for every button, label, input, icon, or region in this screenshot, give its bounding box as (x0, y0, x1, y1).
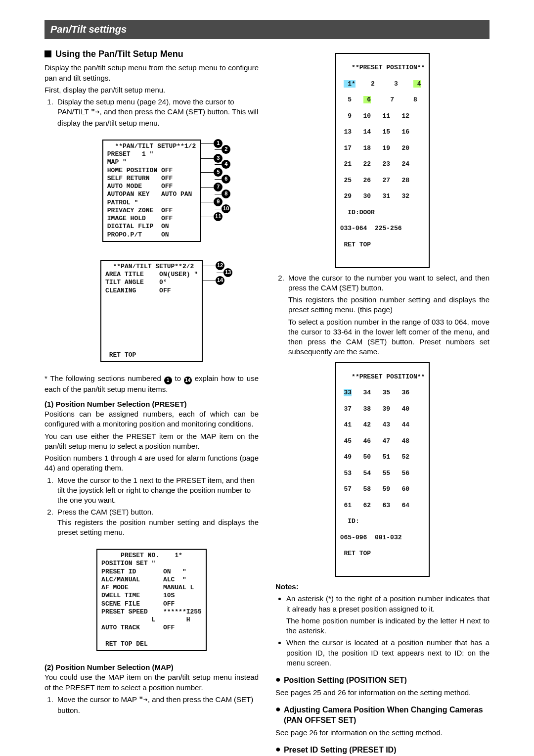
heading-text: Position Setting (POSITION SET) (284, 675, 407, 686)
pp1-id: ID:DOOR (340, 209, 425, 217)
heading-text: Preset ID Setting (PRESET ID) (284, 745, 397, 756)
note-1: An asterisk (*) to the right of a positi… (286, 594, 490, 636)
callout-13: 13 (223, 268, 232, 277)
menu-wrapper-2: **PAN/TILT SETUP**2/2 AREA TITLE ON(USER… (100, 253, 203, 369)
heading-position-set: ● Position Setting (POSITION SET) (275, 675, 490, 686)
sec1-step2a: Press the CAM (SET) button. (57, 508, 153, 516)
two-column-layout: Using the Pan/Tilt Setup Menu Display th… (44, 48, 490, 756)
right-steps: Move the cursor to the number you want t… (275, 273, 490, 357)
preset-position-menu-2: **PRESET POSITION** 33 34 35 36 37 38 39… (335, 362, 430, 577)
sec2-steps: Move the cursor to MAP "➔, and then pres… (44, 695, 259, 716)
callout-4: 4 (222, 160, 230, 169)
footnote-b: to (175, 374, 183, 382)
note2: When the cursor is located at a position… (286, 638, 490, 668)
heading-text: Adjusting Camera Position When Changing … (284, 705, 490, 726)
preset-position-menu-1-fig: **PRESET POSITION** 1* 2 3 4 5 6 7 8 9 1… (275, 53, 490, 268)
pp2-range: 065-096 001-032 (340, 534, 425, 542)
intro-steps: Display the setup menu (page 24), move t… (44, 97, 259, 128)
intro-step-1: Display the setup menu (page 24), move t… (55, 97, 259, 128)
sec1-step-1: Move the cursor to the 1 next to the PRE… (55, 475, 259, 506)
intro-paragraph-2: First, display the pan/tilt setup menu. (44, 85, 259, 95)
position-set-p: See pages 25 and 26 for information on t… (275, 688, 490, 698)
sec2-p1: You could use the MAP item on the pan/ti… (44, 672, 259, 693)
sec2-step1a: Move the cursor to MAP (57, 695, 139, 704)
r-step2b: This registers the position number setti… (288, 295, 490, 315)
pp1-row: 21 22 23 24 (340, 160, 425, 168)
right-column: **PRESET POSITION** 1* 2 3 4 5 6 7 8 9 1… (275, 48, 490, 756)
heading-adjust-camera: ● Adjusting Camera Position When Changin… (275, 705, 490, 726)
note1b: The home position number is indicated by… (286, 616, 490, 636)
pantilt-menu-2: **PAN/TILT SETUP**2/2 AREA TITLE ON(USER… (100, 260, 203, 362)
pp1-ret: RET TOP (340, 241, 425, 249)
callout-5: 5 (214, 168, 222, 177)
callout-10: 10 (222, 204, 230, 213)
page: Pan/Tilt settings Using the Pan/Tilt Set… (0, 0, 534, 756)
pp2-row: 53 54 55 56 (340, 470, 425, 477)
pp1-row: 5 6 7 8 (340, 96, 425, 104)
r-step2c: To select a position number in the range… (288, 317, 490, 357)
arrow-icon-2: "➔ (139, 696, 148, 705)
callout-9: 9 (214, 197, 222, 206)
sec1-p2: You can use either the PRESET item or th… (44, 431, 259, 452)
callout-1: 1 (214, 139, 222, 148)
heading-using-pantilt: Using the Pan/Tilt Setup Menu (44, 48, 259, 60)
callout-6: 6 (222, 175, 230, 184)
square-icon (44, 50, 51, 57)
sec1-step2b: This registers the position number setti… (57, 518, 259, 538)
note-2: When the cursor is located at a position… (286, 638, 490, 668)
pp2-row: 57 58 59 60 (340, 485, 425, 493)
left-column: Using the Pan/Tilt Setup Menu Display th… (44, 48, 259, 756)
preset-position-menu-2-fig: **PRESET POSITION** 33 34 35 36 37 38 39… (275, 362, 490, 577)
heading-text: Using the Pan/Tilt Setup Menu (55, 48, 183, 60)
callout-2: 2 (222, 145, 230, 154)
pp2-ret: RET TOP (340, 550, 425, 558)
pp2-row: 33 34 35 36 (340, 389, 425, 397)
pantilt-menu-1: **PAN/TILT SETUP**1/2 PRESET 1 " MAP " H… (102, 140, 201, 242)
callout-11: 11 (214, 212, 222, 221)
sec2-title: (2) Position Number Selection (MAP) (44, 662, 259, 672)
notes-title: Notes: (275, 582, 490, 592)
pp1-range: 033-064 225-256 (340, 225, 425, 233)
pantilt-menu-figure-2: **PAN/TILT SETUP**2/2 AREA TITLE ON(USER… (44, 253, 259, 369)
footnote: * The following sections numbered 1 to 1… (44, 374, 259, 394)
bullet-icon: ● (275, 675, 281, 684)
footnote-a: * The following sections numbered (44, 374, 164, 382)
right-step-2: Move the cursor to the number you want t… (286, 273, 490, 357)
pp1-row: 29 30 31 32 (340, 192, 425, 200)
pp2-title: **PRESET POSITION** (340, 373, 425, 381)
sec1-steps: Move the cursor to the 1 next to the PRE… (44, 475, 259, 538)
pp1-row: 25 26 27 28 (340, 177, 425, 185)
sec1-p1: Positions can be assigned numbers, each … (44, 409, 259, 429)
pp1-title: **PRESET POSITION** (340, 64, 425, 72)
arrow-icon: "➔ (91, 108, 100, 117)
pp1-row: 9 10 11 12 (340, 112, 425, 120)
bullet-icon: ● (275, 705, 281, 713)
pp2-row: 41 42 43 44 (340, 421, 425, 429)
sec1-p3: Position numbers 1 through 4 are used fo… (44, 453, 259, 473)
sec1-title: (1) Position Number Selection (PRESET) (44, 399, 259, 409)
sec2-step-1: Move the cursor to MAP "➔, and then pres… (55, 695, 259, 716)
preset-no-menu-figure: PRESET NO. 1* POSITION SET " PRESET ID O… (44, 542, 259, 658)
pp1-row: 17 18 19 20 (340, 144, 425, 152)
footnote-circle-14: 14 (184, 377, 192, 384)
preset-no-menu: PRESET NO. 1* POSITION SET " PRESET ID O… (96, 549, 207, 651)
intro-paragraph-1: Display the pan/tilt setup menu from the… (44, 63, 259, 83)
callout-12: 12 (216, 261, 224, 270)
menu-wrapper-1: **PAN/TILT SETUP**1/2 PRESET 1 " MAP " H… (102, 133, 201, 248)
callout-8: 8 (222, 189, 230, 198)
r-step2a: Move the cursor to the number you want t… (288, 273, 490, 293)
pp2-row: 45 46 47 48 (340, 437, 425, 445)
notes-list: An asterisk (*) to the right of a positi… (275, 594, 490, 668)
pp1-row: 13 14 15 16 (340, 128, 425, 136)
bullet-icon: ● (275, 745, 281, 754)
pp2-row: 49 50 51 52 (340, 453, 425, 461)
pp2-row: 37 38 39 40 (340, 405, 425, 413)
callout-14: 14 (216, 276, 224, 285)
pp2-id: ID: (340, 518, 425, 525)
pp1-row: 1* 2 3 4 (340, 80, 425, 88)
pantilt-menu-figure-1: **PAN/TILT SETUP**1/2 PRESET 1 " MAP " H… (44, 133, 259, 248)
sec1-step1-text: Move the cursor to the 1 next to the PRE… (57, 476, 255, 505)
footnote-circle-1: 1 (164, 377, 172, 384)
heading-preset-id: ● Preset ID Setting (PRESET ID) (275, 745, 490, 756)
sec1-step-2: Press the CAM (SET) button. This registe… (55, 507, 259, 537)
